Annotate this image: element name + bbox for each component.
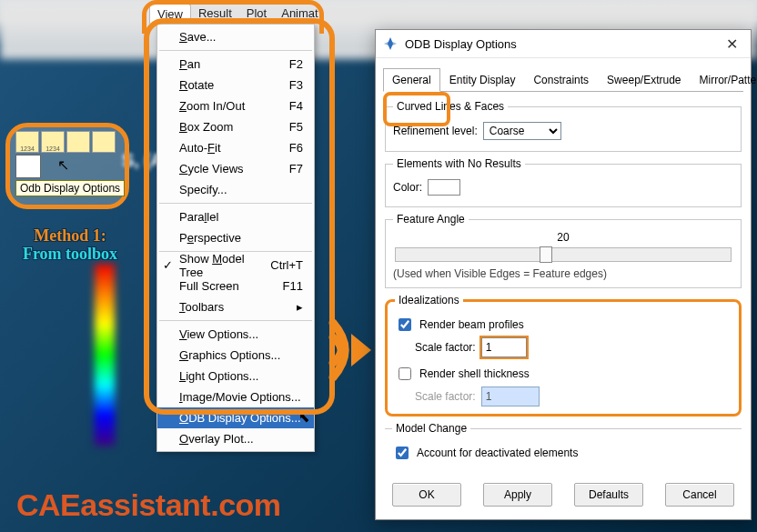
menu-item-light-options[interactable]: Light Options... [157, 366, 314, 386]
dialog-buttons: OK Apply Defaults Cancel [376, 474, 751, 519]
group-idealizations: Idealizations Render beam profiles Scale… [385, 294, 742, 417]
tab-mirror-pattern[interactable]: Mirror/Pattern [691, 68, 758, 92]
group-legend: Elements with No Results [393, 157, 525, 170]
ok-button[interactable]: OK [392, 483, 461, 507]
menu-separator [159, 50, 312, 51]
deactivated-elements-checkbox[interactable] [396, 447, 409, 459]
apply-button[interactable]: Apply [483, 483, 552, 507]
tab-constraints[interactable]: Constraints [524, 68, 598, 92]
watermark: CAEassistant.com [16, 487, 281, 523]
menu-item-cycle-views[interactable]: Cycle ViewsF7 [157, 158, 314, 179]
shell-scale-label: Scale factor: [415, 390, 476, 403]
menu-item-auto-fit[interactable]: Auto-FitF6 [157, 137, 314, 158]
dialog-title: ODB Display Options [405, 37, 517, 51]
titlebar: ODB Display Options ✕ [376, 30, 751, 58]
toolbox-icon[interactable]: 1234 [41, 131, 65, 153]
tab-entity-display[interactable]: Entity Display [440, 68, 525, 92]
menu-item-perspective[interactable]: Perspective [157, 227, 314, 248]
group-legend: Feature Angle [393, 213, 469, 226]
render-shell-label: Render shell thickness [419, 367, 530, 380]
feature-angle-hint: (Used when Visible Edges = Feature edges… [393, 267, 733, 280]
render-shell-checkbox[interactable] [399, 367, 411, 380]
render-beam-label: Render beam profiles [419, 318, 524, 331]
menu-item-view-options[interactable]: View Options... [157, 324, 314, 345]
menu-plot[interactable]: Plot [239, 4, 274, 24]
color-swatch[interactable] [428, 179, 460, 196]
group-legend: Idealizations [395, 294, 463, 306]
group-legend: Model Change [392, 422, 470, 435]
slider-thumb[interactable] [540, 246, 552, 263]
toolbox-icon[interactable]: 1234 [15, 131, 39, 153]
menubar: ViewResultPlotAnimat [146, 2, 329, 25]
menu-item-odb-display-options[interactable]: ODB Display Options...⬉ [157, 407, 314, 428]
menu-item-toolbars[interactable]: Toolbars▸ [157, 296, 314, 317]
arrow-icon [328, 314, 373, 386]
tabs: GeneralEntity DisplayConstraintsSweep/Ex… [376, 58, 751, 91]
menu-item-box-zoom[interactable]: Box ZoomF5 [157, 116, 314, 137]
group-curved-lines: Curved Lines & Faces Refinement level: C… [385, 100, 742, 152]
menu-item-full-screen[interactable]: Full ScreenF11 [157, 276, 314, 296]
toolbox-highlight: 1234 1234 ↖ Odb Display Options [5, 123, 129, 209]
menu-item-save[interactable]: Save... [157, 26, 314, 47]
tab-panel-general: Curved Lines & Faces Refinement level: C… [376, 92, 751, 474]
cursor-icon: ↖ [57, 156, 69, 174]
cancel-button[interactable]: Cancel [665, 483, 734, 507]
menu-animat[interactable]: Animat [274, 4, 325, 24]
group-feature-angle: Feature Angle 20 (Used when Visible Edge… [385, 213, 742, 288]
menu-item-show-model-tree[interactable]: ✓Show Model TreeCtrl+T [157, 255, 314, 276]
refinement-select[interactable]: Coarse [483, 122, 561, 140]
view-menu-dropdown: Save...PanF2RotateF3Zoom In/OutF4Box Zoo… [156, 24, 315, 452]
color-label: Color: [393, 181, 422, 194]
render-beam-checkbox[interactable] [399, 318, 411, 331]
menu-view[interactable]: View [149, 4, 191, 24]
menu-item-zoom-in-out[interactable]: Zoom In/OutF4 [157, 95, 314, 116]
beam-scale-input[interactable] [481, 337, 527, 357]
toolbox-icon[interactable] [92, 131, 116, 153]
close-icon[interactable]: ✕ [721, 35, 743, 53]
defaults-button[interactable]: Defaults [574, 483, 643, 507]
tooltip: Odb Display Options [15, 180, 125, 196]
cursor-icon: ⬉ [298, 409, 310, 426]
menu-item-parallel[interactable]: Parallel [157, 206, 314, 227]
deactivated-elements-label: Account for deactivated elements [417, 447, 578, 459]
menu-separator [159, 203, 312, 204]
group-no-results: Elements with No Results Color: [385, 157, 742, 207]
slider-value: 20 [557, 231, 569, 244]
annotation-method1: Method 1: From toolbox [2, 227, 138, 264]
menu-item-graphics-options[interactable]: Graphics Options... [157, 345, 314, 366]
group-legend: Curved Lines & Faces [393, 100, 508, 113]
menu-item-rotate[interactable]: RotateF3 [157, 75, 314, 95]
tab-general[interactable]: General [383, 68, 440, 92]
group-model-change: Model Change Account for deactivated ele… [385, 422, 742, 466]
beam-scale-label: Scale factor: [415, 341, 476, 354]
feature-angle-slider[interactable] [395, 247, 732, 262]
menu-result[interactable]: Result [191, 4, 239, 24]
tab-sweep-extrude[interactable]: Sweep/Extrude [598, 68, 690, 92]
toolbox-icon[interactable] [66, 131, 90, 153]
odb-display-options-icon[interactable] [15, 155, 41, 178]
menu-item-pan[interactable]: PanF2 [157, 54, 314, 75]
shell-scale-input [481, 386, 540, 407]
menu-separator [159, 320, 312, 321]
app-icon [383, 36, 398, 51]
menu-item-image-movie-options[interactable]: Image/Movie Options... [157, 386, 314, 407]
refinement-label: Refinement level: [393, 125, 478, 137]
menu-item-specify[interactable]: Specify... [157, 179, 314, 200]
color-legend [95, 264, 115, 446]
menu-item-overlay-plot[interactable]: Overlay Plot... [157, 428, 314, 449]
odb-display-options-dialog: ODB Display Options ✕ GeneralEntity Disp… [375, 29, 752, 520]
